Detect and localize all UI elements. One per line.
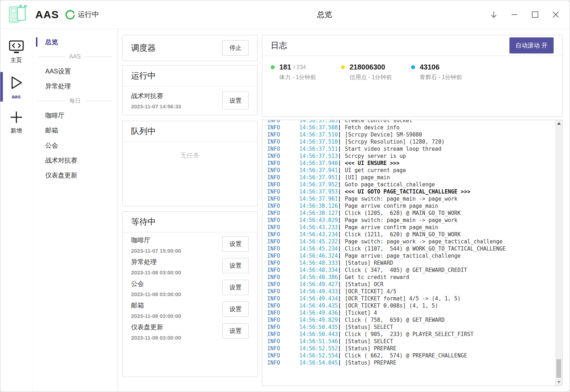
log-separator xyxy=(339,203,340,209)
settings-button[interactable]: 设置 xyxy=(222,301,249,317)
log-timestamp: 14:56:37.941 xyxy=(299,167,339,174)
log-timestamp: 14:56:49.829 xyxy=(299,317,339,323)
log-separator xyxy=(339,303,340,309)
log-message: Page arrive confirm page_main xyxy=(345,203,438,209)
log-timestamp: 14:56:51.546 xyxy=(299,338,339,345)
log-message: Click (1107, 544) @ WORK_GO_TO_TACTICAL_… xyxy=(345,246,506,252)
sidebar-item-label: 异常处理 xyxy=(32,82,71,91)
queue-card: 队列中 无任务 xyxy=(122,121,258,206)
active-indicator xyxy=(36,37,37,47)
sidebar-item[interactable]: 战术对抗赛 xyxy=(32,153,118,168)
autoscroll-toggle-button[interactable]: 自动滚动 开 xyxy=(509,37,554,53)
rail-label: 主页 xyxy=(11,57,22,64)
stat-dot-icon xyxy=(411,65,415,69)
sidebar-item-label: 邮箱 xyxy=(32,126,58,135)
log-message: Click ( 662, 574) @ PREPARE_CHALLENGE xyxy=(345,352,467,359)
log-message: Click ( 758, 659) @ GET_REWARD xyxy=(345,317,445,323)
log-separator xyxy=(339,217,340,223)
log-scrollbar[interactable] xyxy=(555,120,562,386)
log-line: INFO 14:56:37.951 [UI] page_main xyxy=(267,174,562,181)
stat-value: 181 xyxy=(279,63,291,71)
sidebar-item[interactable]: 总览 xyxy=(32,35,118,50)
stat-value: 218006300 xyxy=(349,63,385,71)
sidebar-item[interactable]: 仪表盘更新 xyxy=(32,168,118,183)
arrow-down-icon xyxy=(489,10,498,19)
log-level: INFO xyxy=(267,146,299,152)
log-level: INFO xyxy=(267,153,299,159)
log-level: INFO xyxy=(267,189,299,195)
stat-label: 体力 - 1分钟前 xyxy=(279,74,341,81)
settings-button[interactable]: 设置 xyxy=(222,323,249,339)
hide-to-tray-button[interactable] xyxy=(489,10,498,19)
log-message: [Status] SELECT xyxy=(345,324,393,330)
sidebar-item[interactable]: 异常处理 xyxy=(32,79,118,94)
log-message: Page switch: page_work -> page_tactical_… xyxy=(345,238,503,245)
sidebar-item-label: AAS设置 xyxy=(32,67,71,76)
log-separator xyxy=(339,196,340,202)
log-timestamp: 14:56:49.434 xyxy=(299,295,339,302)
log-timestamp: 14:56:37.508 xyxy=(299,124,339,131)
log-message: [OCR_TICKET 0.008s] (4, 1, 5) xyxy=(345,303,438,309)
log-line: INFO 14:56:37.508 Fetch device info xyxy=(267,124,562,131)
log-message: <<< UI GOTO PAGE_TACTICAL_CHALLENGE >>> xyxy=(345,189,470,195)
log-message: Goto page_tactical_challenge xyxy=(345,181,435,188)
settings-button[interactable]: 设置 xyxy=(222,280,249,295)
log-level: INFO xyxy=(267,310,299,316)
log-separator xyxy=(339,310,340,316)
minimize-button[interactable] xyxy=(510,10,519,19)
log-timestamp: 14:56:48.333 xyxy=(299,260,339,266)
log-separator xyxy=(339,182,340,187)
app-name: AAS xyxy=(35,9,59,21)
log-line: INFO 14:56:43.233 Page arrive confirm pa… xyxy=(267,224,562,231)
log-message: [Status] OCR xyxy=(345,281,383,288)
log-message: [Status] PREPARE xyxy=(345,345,397,352)
log-level: INFO xyxy=(267,131,299,138)
sidebar-item[interactable]: 公会 xyxy=(32,138,118,153)
log-separator xyxy=(339,210,340,216)
sidebar-item[interactable]: AAS设置 xyxy=(32,64,118,79)
running-task-name: 战术对抗赛 xyxy=(131,92,181,100)
settings-button[interactable]: 设置 xyxy=(222,92,249,109)
scroll-up-button[interactable] xyxy=(557,122,561,125)
log-separator xyxy=(339,360,340,366)
log-message: [OCR_TICKET] 4/5 xyxy=(345,288,397,295)
waiting-task-time: 2023-11-08 03:00:00 xyxy=(131,291,181,297)
scroll-down-button[interactable] xyxy=(557,381,561,383)
rail-item-new[interactable]: 新增 xyxy=(0,106,32,138)
running-task-time: 2023-11-07 14:56:33 xyxy=(131,103,181,109)
rail-item-home[interactable]: 主页 xyxy=(0,35,32,68)
log-separator xyxy=(339,246,340,252)
log-separator xyxy=(339,289,340,294)
sidebar-item: 每日 xyxy=(32,94,118,108)
log-line: INFO 14:56:37.961 Page switch: page_main… xyxy=(267,195,562,202)
log-lines: INFO 14:56:37.505 Create control socket … xyxy=(262,120,562,366)
log-level: INFO xyxy=(267,238,299,245)
main-content: 调度器 停止 运行中 战术对抗赛 2023-11-07 14:56:33 xyxy=(118,29,570,392)
log-separator xyxy=(339,239,340,244)
log-line: INFO 14:56:37.511 Start video stream loo… xyxy=(267,145,562,153)
rail-item-aas[interactable]: aas xyxy=(0,71,32,103)
stop-button[interactable]: 停止 xyxy=(222,40,249,56)
log-line: INFO 14:56:49.829 Click ( 758, 659) @ GE… xyxy=(267,316,562,324)
log-timestamp: 14:56:37.940 xyxy=(299,160,339,166)
sidebar-item[interactable]: 咖啡厅 xyxy=(32,108,118,123)
close-button[interactable] xyxy=(551,10,560,19)
settings-button[interactable]: 设置 xyxy=(222,258,249,273)
scrollbar-thumb[interactable] xyxy=(556,359,561,378)
log-line: INFO 14:56:37.940 <<< UI ENSURE >>> xyxy=(267,160,562,167)
waiting-card: 等待中 咖啡厅 2023-11-07 15:00:00 设置 xyxy=(122,211,258,377)
log-timestamp: 14:56:37.961 xyxy=(299,196,339,202)
log-separator xyxy=(339,274,340,280)
log-line: INFO 14:56:37.952 Goto page_tactical_cha… xyxy=(267,181,562,188)
log-line: INFO 14:56:50.443 Click ( 905, 233) @ PL… xyxy=(267,331,562,338)
sidebar-item[interactable]: 邮箱 xyxy=(32,123,118,138)
maximize-button[interactable] xyxy=(530,10,540,19)
log-separator xyxy=(339,331,340,337)
log-level: INFO xyxy=(267,352,299,359)
window-controls xyxy=(489,10,560,19)
log-message: Fetch device info xyxy=(345,124,400,131)
log-level: INFO xyxy=(267,224,299,231)
log-message: [Scrcpy Resolution] (1280, 720) xyxy=(345,139,445,145)
waiting-list-item: 异常处理 2023-11-08 03:00:00 设置 xyxy=(131,258,249,279)
settings-button[interactable]: 设置 xyxy=(222,236,249,252)
